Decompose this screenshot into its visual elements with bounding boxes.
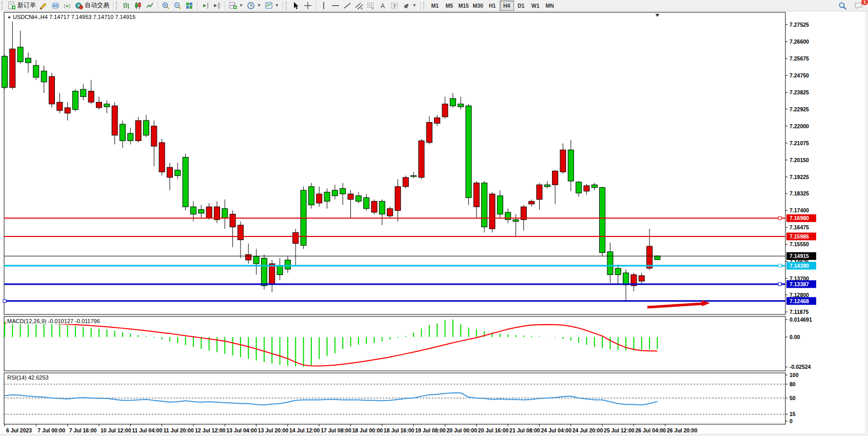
candles-chart-button[interactable] [132, 1, 144, 11]
channel-button[interactable]: E [353, 1, 365, 11]
svg-text:7.19225: 7.19225 [790, 174, 809, 180]
oneclick-dropdown-icon[interactable]: ▼ [7, 15, 11, 20]
timeframe-h1-button[interactable]: H1 [485, 1, 500, 11]
svg-text:24 Jul 04:00: 24 Jul 04:00 [541, 427, 571, 433]
svg-text:A: A [381, 2, 385, 9]
svg-text:-0.02524: -0.02524 [790, 364, 811, 370]
window-edge-bottom [0, 433, 868, 436]
timeframe-m15-button[interactable]: M15 [457, 1, 471, 11]
timeframe-h4-button[interactable]: H4 [500, 1, 514, 11]
horizontal-line-button[interactable] [330, 1, 341, 11]
fibonacci-button[interactable]: F [365, 1, 377, 11]
svg-text:7.25675: 7.25675 [790, 55, 809, 62]
periods-button[interactable]: ▼ [245, 1, 263, 11]
zoom-out-icon [173, 2, 182, 10]
signals-button[interactable] [62, 1, 73, 11]
svg-text:T: T [393, 3, 396, 8]
indicators-icon [229, 2, 237, 10]
timeframe-m5-button[interactable]: M5 [442, 1, 457, 11]
toolbar-grip [116, 2, 119, 10]
svg-text:11 Jul 20:00: 11 Jul 20:00 [164, 427, 194, 433]
chart-shift-button[interactable] [211, 1, 223, 11]
zoom-in-icon [162, 2, 170, 10]
svg-text:7 Jul 00:00: 7 Jul 00:00 [37, 427, 65, 433]
line-chart-button[interactable] [144, 1, 155, 11]
chart-window: 7.275257.266007.256757.247507.238257.229… [0, 11, 868, 436]
zoom-in-button[interactable] [160, 1, 171, 11]
svg-text:7.16475: 7.16475 [790, 224, 809, 230]
notification-badge: 1 [861, 0, 868, 5]
autotrading-button[interactable]: 自动交易 [73, 1, 111, 11]
editor-button[interactable] [38, 1, 49, 11]
notifications-button[interactable]: 1 [853, 1, 865, 11]
svg-text:7.24750: 7.24750 [790, 72, 809, 78]
channel-icon: E [355, 2, 363, 10]
text-button[interactable]: A [377, 1, 388, 11]
svg-text:7.13387: 7.13387 [790, 281, 809, 287]
line-chart-icon [146, 2, 154, 10]
svg-text:17 Jul 08:00: 17 Jul 08:00 [321, 427, 351, 433]
toolbar-grip [286, 2, 288, 10]
new-order-button[interactable]: 新订单 [6, 1, 37, 11]
crosshair-button[interactable] [302, 1, 313, 11]
label-icon: T [390, 2, 399, 10]
candles-chart-icon [134, 2, 142, 10]
new-order-icon [8, 2, 16, 10]
cursor-icon [292, 2, 300, 10]
horizontal-line-icon [331, 2, 340, 10]
window-edge-right [865, 11, 868, 436]
auto-scroll-icon [201, 2, 209, 10]
caret-down-icon: ▼ [275, 3, 279, 8]
svg-text:25 Jul 12:00: 25 Jul 12:00 [604, 427, 635, 433]
label-button[interactable]: T [389, 1, 400, 11]
svg-text:21 Jul 08:00: 21 Jul 08:00 [509, 427, 540, 433]
toolbar-separator [315, 1, 316, 10]
svg-text:13 Jul 04:00: 13 Jul 04:00 [226, 427, 257, 433]
toolbar-separator [113, 1, 113, 10]
svg-text:7.11875: 7.11875 [790, 309, 809, 315]
arrows-icon [402, 2, 410, 10]
svg-text:11 Jul 04:00: 11 Jul 04:00 [132, 427, 162, 433]
svg-text:F: F [372, 7, 374, 10]
svg-text:100: 100 [790, 372, 799, 378]
zoom-out-button[interactable] [172, 1, 183, 11]
svg-text:7.20150: 7.20150 [790, 157, 809, 163]
search-icon [838, 2, 847, 10]
svg-text:7.15985: 7.15985 [790, 233, 809, 240]
indicators-button[interactable]: ▼ [227, 1, 245, 11]
bars-chart-button[interactable] [121, 1, 132, 11]
vertical-line-button[interactable] [318, 1, 329, 11]
svg-text:20 Jul 00:00: 20 Jul 00:00 [446, 427, 477, 433]
auto-scroll-button[interactable] [200, 1, 211, 11]
timeframe-mn-button[interactable]: MN [543, 1, 557, 11]
svg-text:6 Jul 2023: 6 Jul 2023 [6, 427, 32, 433]
svg-text:80: 80 [790, 381, 796, 387]
search-button[interactable] [837, 1, 849, 11]
caret-down-icon: ▼ [412, 3, 417, 8]
svg-text:26 Jul 04:00: 26 Jul 04:00 [635, 427, 666, 433]
svg-text:0.014691: 0.014691 [790, 316, 812, 323]
arrows-button[interactable]: ▼ [401, 1, 418, 11]
svg-text:20 Jul 16:00: 20 Jul 16:00 [478, 427, 509, 433]
templates-button[interactable]: ▼ [263, 1, 281, 11]
timeframe-w1-button[interactable]: W1 [528, 1, 543, 11]
tile-windows-button[interactable] [184, 1, 195, 11]
profile-button[interactable] [50, 1, 61, 11]
timeframe-d1-button[interactable]: D1 [514, 1, 528, 11]
svg-text:13 Jul 20:00: 13 Jul 20:00 [258, 427, 289, 433]
trendline-button[interactable] [342, 1, 353, 11]
svg-text:7.22925: 7.22925 [790, 106, 809, 112]
timeframe-m1-button[interactable]: M1 [428, 1, 442, 11]
autotrading-label: 自动交易 [85, 1, 109, 10]
tile-windows-icon [185, 2, 193, 10]
rsi-indicator-title: RSI(14) 42.6253 [6, 374, 50, 381]
chart-shift-icon [213, 2, 221, 10]
svg-text:50: 50 [790, 395, 796, 401]
toolbar-separator [157, 1, 158, 10]
chart-canvas[interactable]: 7.275257.266007.256757.247507.238257.229… [0, 11, 868, 436]
timeframe-m30-button[interactable]: M30 [471, 1, 485, 11]
svg-text:7.17400: 7.17400 [790, 207, 809, 213]
svg-text:14 Jul 12:00: 14 Jul 12:00 [289, 427, 320, 433]
svg-text:7.23825: 7.23825 [790, 89, 809, 95]
cursor-button[interactable] [290, 1, 302, 11]
